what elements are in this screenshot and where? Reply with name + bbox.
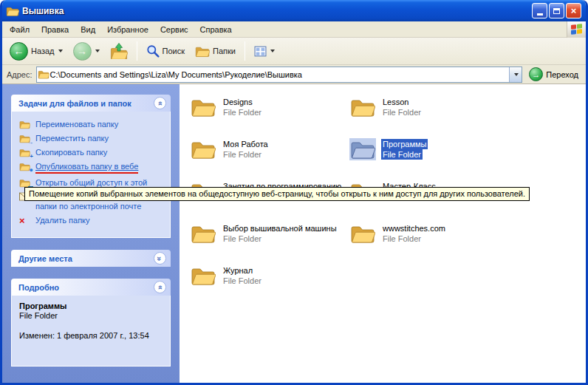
folder-view: DesignsFile Folder LessonFile Folder Моя… [180,84,586,383]
panel-tasks-title: Задачи для файлов и папок [18,99,131,108]
task-label: Переименовать папку [35,120,118,129]
panel-other-places-title: Другие места [18,254,72,263]
tooltip: Помещение копий выбранных элементов на о… [24,187,530,201]
task-label: Удалить папку [35,216,90,225]
folder-type: File Folder [222,276,263,286]
folder-type: File Folder [381,149,423,160]
task-label: Опубликовать папку в вебе [35,162,138,174]
minimize-button[interactable] [532,3,547,18]
menu-file[interactable]: Файл [4,23,35,36]
address-bar: Адрес: → Переход [2,65,586,84]
folder-icon-selected [349,138,376,160]
views-dropdown-icon [270,50,275,52]
panel-details-header[interactable]: Подробно » [11,279,171,296]
folder-name: Designs [222,97,254,107]
close-button[interactable]: × [566,3,581,18]
search-icon [146,44,160,58]
folder-type: File Folder [222,234,263,244]
copy-badge-icon: + [30,153,33,160]
folder-icon [349,222,376,245]
folder-icon [190,265,216,287]
folder-item-vybor-mashiny[interactable]: Выбор вышивальной машиныFile Folder [190,222,349,265]
collapse-button[interactable]: » [154,97,166,109]
folder-item-wwwstitches[interactable]: wwwstitches.comFile Folder [349,222,519,265]
back-arrow-icon: ← [10,42,28,61]
window-folder-icon [6,5,19,17]
address-label: Адрес: [7,70,33,79]
task-pane-sidebar: Задачи для файлов и папок » Переименоват… [2,84,180,383]
folder-item-moya-rabota[interactable]: Моя РаботаFile Folder [190,138,349,180]
folder-item-programmy-selected[interactable]: ПрограммыFile Folder [349,138,519,180]
folder-type: File Folder [222,107,263,117]
details-folder-type: File Folder [19,311,165,320]
folder-type: File Folder [381,107,423,117]
toolbar: ← Назад → Поиск Папки [2,38,586,65]
move-icon: → [19,134,31,143]
folder-item-lesson[interactable]: LessonFile Folder [349,96,519,138]
folder-item-designs[interactable]: DesignsFile Folder [190,96,349,138]
panel-details-body: Программы File Folder Изменен: 1 февраля… [11,296,171,367]
search-button[interactable]: Поиск [142,41,189,61]
expand-button[interactable]: » [154,252,166,265]
back-button[interactable]: ← Назад [5,39,67,64]
title-bar[interactable]: Вышивка × [2,0,586,21]
forward-button[interactable]: → [69,39,104,64]
folder-icon [349,96,376,118]
address-input[interactable] [50,68,510,81]
panel-details: Подробно » Программы File Folder Изменен… [11,279,171,367]
folder-name: Журнал [222,265,254,276]
folder-name: Выбор вышивальной машины [222,223,338,234]
panel-other-places-header[interactable]: Другие места » [11,250,171,267]
address-dropdown-button[interactable] [509,67,522,82]
menu-bar: Файл Правка Вид Избранное Сервис Справка [2,21,586,38]
up-folder-icon [110,43,128,59]
chevron-up-icon: » [156,285,165,289]
go-button[interactable]: → Переход [526,67,581,81]
folder-icon [190,138,216,160]
folder-item-zhurnal[interactable]: ЖурналFile Folder [190,265,349,307]
panel-other-places: Другие места » [11,250,171,267]
folders-label: Папки [213,47,236,55]
task-label: Переместить папку [35,134,109,143]
folders-button[interactable]: Папки [191,42,240,61]
globe-badge-icon: ● [30,166,33,174]
task-label: Скопировать папку [35,148,107,157]
window-title: Вышивка [22,6,530,16]
menu-favorites[interactable]: Избранное [101,23,154,36]
maximize-icon [553,8,560,14]
folder-name: Моя Работа [222,139,270,149]
folders-icon [195,45,210,58]
views-button[interactable] [250,42,279,61]
up-button[interactable] [106,40,132,62]
task-publish-folder-web[interactable]: ● Опубликовать папку в вебе [19,162,165,174]
folder-icon [190,222,216,245]
address-folder-icon [37,69,50,79]
views-icon [254,45,267,58]
windows-flag-icon [571,24,582,35]
task-delete-folder[interactable]: × Удалить папку [19,216,165,225]
panel-file-folder-tasks: Задачи для файлов и папок » Переименоват… [11,95,171,238]
menu-tools[interactable]: Сервис [154,23,194,36]
address-combo [36,67,523,83]
panel-tasks-header[interactable]: Задачи для файлов и папок » [11,95,171,112]
folder-icon [190,96,216,118]
folder-grid: DesignsFile Folder LessonFile Folder Моя… [190,96,586,307]
maximize-button[interactable] [549,3,564,18]
chevron-down-icon: » [156,256,165,260]
menu-edit[interactable]: Правка [35,23,75,36]
task-rename-folder[interactable]: Переименовать папку [19,120,165,129]
search-label: Поиск [163,47,185,55]
windows-logo [567,21,586,38]
details-folder-name: Программы [19,301,165,310]
go-label: Переход [546,70,578,79]
task-move-folder[interactable]: → Переместить папку [19,134,165,143]
minimize-icon [537,13,543,16]
back-label: Назад [31,47,55,55]
forward-arrow-icon: → [73,42,92,61]
task-copy-folder[interactable]: + Скопировать папку [19,148,165,157]
folder-type: File Folder [381,234,423,244]
collapse-button[interactable]: » [154,281,166,293]
content-area: Задачи для файлов и папок » Переименоват… [2,84,586,383]
menu-view[interactable]: Вид [75,23,101,36]
menu-help[interactable]: Справка [194,23,238,36]
